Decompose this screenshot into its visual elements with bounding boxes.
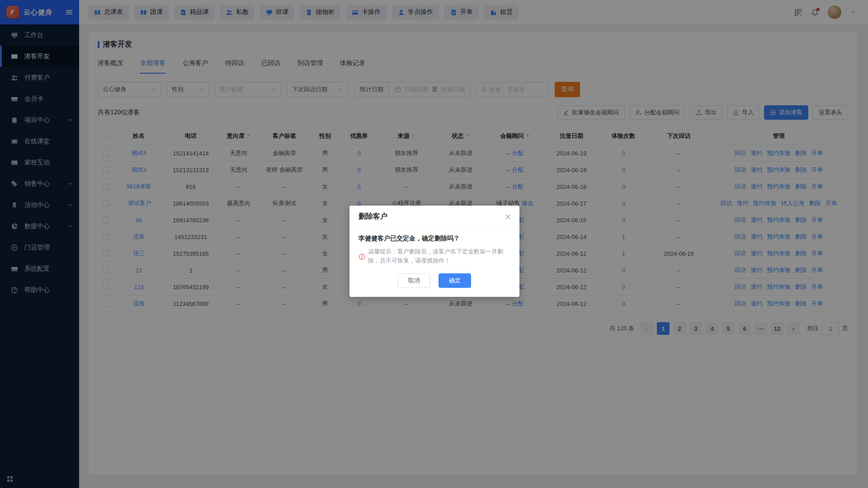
modal-title: 删除客户 <box>359 212 387 221</box>
modal-tip: 温馨提示：客户删除后，该客户名下定金数据一并删除，且不可恢复，请谨慎操作！ <box>359 247 510 265</box>
modal-message: 李健健客户已交定金，确定删除吗？ <box>359 235 510 243</box>
modal-actions: 取消 确定 <box>349 265 519 297</box>
cancel-button[interactable]: 取消 <box>398 273 430 288</box>
close-icon[interactable] <box>505 214 511 220</box>
modal-header: 删除客户 <box>349 206 519 227</box>
confirm-button[interactable]: 确定 <box>439 273 471 288</box>
modal-body: 李健健客户已交定金，确定删除吗？ 温馨提示：客户删除后，该客户名下定金数据一并删… <box>349 227 519 265</box>
info-circle-icon <box>359 248 365 265</box>
delete-customer-modal: 删除客户 李健健客户已交定金，确定删除吗？ 温馨提示：客户删除后，该客户名下定金… <box>349 206 519 297</box>
modal-tip-text: 温馨提示：客户删除后，该客户名下定金数据一并删除，且不可恢复，请谨慎操作！ <box>368 247 510 265</box>
